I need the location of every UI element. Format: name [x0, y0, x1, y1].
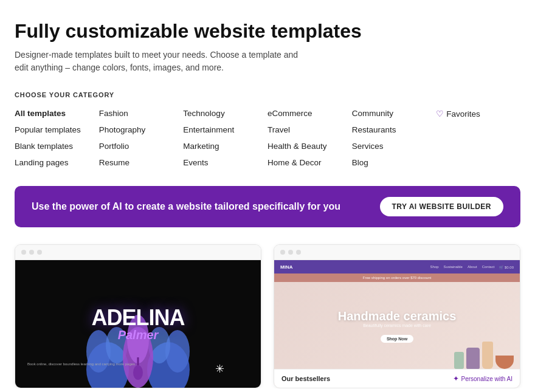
cat-blank-templates[interactable]: Blank templates	[15, 140, 99, 153]
template-card-ceramics[interactable]: MINA Shop Sustainable About Contact 🛒 $0…	[274, 244, 520, 388]
ceramics-nav-cart: 🛒 $0.00	[499, 265, 514, 269]
category-col-2: Fashion Photography Portfolio Resume	[99, 107, 184, 169]
ceramics-hero-title: Handmade ceramics	[338, 309, 457, 323]
ceramics-shop-now-button[interactable]: Shop Now	[381, 335, 413, 343]
cat-health-beauty[interactable]: Health & Beauty	[268, 140, 352, 153]
dot-5	[288, 250, 293, 255]
templates-grid: ADELINA Palmer Book online, discover bou…	[15, 244, 520, 388]
ai-banner-text: Use the power of AI to create a website …	[32, 201, 340, 212]
cat-home-decor[interactable]: Home & Decor	[268, 156, 352, 169]
ai-banner: Use the power of AI to create a website …	[15, 186, 520, 227]
categories-grid: All templates Popular templates Blank te…	[15, 107, 520, 169]
svg-point-8	[133, 365, 143, 380]
dot-4	[280, 250, 285, 255]
category-col-1: All templates Popular templates Blank te…	[15, 107, 99, 169]
shape-cylinder	[466, 348, 480, 369]
ceramics-bestsellers-label: Our bestsellers	[281, 375, 330, 382]
cat-popular-templates[interactable]: Popular templates	[15, 123, 99, 136]
cat-landing-pages[interactable]: Landing pages	[15, 156, 99, 169]
personalize-text: Personalize with AI	[461, 376, 513, 382]
cat-marketing[interactable]: Marketing	[183, 140, 268, 153]
cat-favorites[interactable]: ♡ Favorites	[436, 107, 520, 120]
ceramics-nav-sustainable: Sustainable	[444, 265, 463, 269]
card-preview-adelina: ADELINA Palmer Book online, discover bou…	[15, 260, 261, 388]
cat-services[interactable]: Services	[352, 140, 437, 153]
cat-entertainment[interactable]: Entertainment	[183, 123, 268, 136]
dot-1	[21, 250, 26, 255]
dot-6	[296, 250, 301, 255]
cat-portfolio[interactable]: Portfolio	[99, 140, 184, 153]
ceramics-nav: MINA Shop Sustainable About Contact 🛒 $0…	[274, 260, 520, 273]
cat-travel[interactable]: Travel	[268, 123, 352, 136]
cat-technology[interactable]: Technology	[183, 107, 268, 120]
adelina-title-main: ADELINA	[92, 307, 185, 329]
ceramics-hero: Handmade ceramics Beautifully ceramics m…	[274, 282, 520, 369]
cat-ecommerce[interactable]: eCommerce	[268, 107, 352, 120]
ceramics-nav-logo: MINA	[280, 264, 292, 270]
card-dots-ceramics	[274, 245, 520, 260]
cat-blog[interactable]: Blog	[352, 156, 437, 169]
category-label: CHOOSE YOUR CATEGORY	[15, 91, 520, 98]
shape-vase	[482, 342, 493, 369]
card-dots-adelina	[15, 245, 261, 260]
category-col-5: Community Restaurants Services Blog	[352, 107, 437, 169]
category-col-3: Technology Entertainment Marketing Event…	[183, 107, 268, 169]
dot-2	[29, 250, 34, 255]
category-col-6: ♡ Favorites	[436, 107, 520, 169]
cat-photography[interactable]: Photography	[99, 123, 184, 136]
cat-resume[interactable]: Resume	[99, 156, 184, 169]
ceramics-shapes	[454, 342, 514, 369]
adelina-content: ADELINA Palmer Book online, discover bou…	[15, 260, 261, 388]
adelina-title-sub: Palmer	[92, 329, 185, 341]
cat-community[interactable]: Community	[352, 107, 437, 120]
adelina-small-text: Book online, discover boundless learning…	[27, 362, 135, 366]
cat-all-templates[interactable]: All templates	[15, 107, 99, 120]
card-preview-ceramics: MINA Shop Sustainable About Contact 🛒 $0…	[274, 260, 520, 388]
shape-bowl	[495, 356, 514, 369]
page-subtitle: Designer-made templates built to meet yo…	[15, 49, 306, 74]
shape-small-cylinder	[454, 352, 464, 369]
heart-icon: ♡	[436, 109, 444, 119]
template-card-adelina[interactable]: ADELINA Palmer Book online, discover bou…	[15, 244, 261, 388]
ai-website-builder-button[interactable]: TRY AI WEBSITE BUILDER	[380, 197, 503, 216]
ceramics-nav-about: About	[468, 265, 477, 269]
ceramics-nav-contact: Contact	[482, 265, 495, 269]
personalize-with-ai-button[interactable]: ✦ Personalize with AI	[453, 374, 513, 383]
dot-3	[37, 250, 42, 255]
cat-restaurants[interactable]: Restaurants	[352, 123, 437, 136]
ceramics-hero-text-group: Handmade ceramics Beautifully ceramics m…	[338, 309, 457, 342]
adelina-star-icon: ✳	[215, 362, 224, 376]
ceramics-shop-btn-wrapper: Shop Now	[338, 332, 457, 342]
category-col-4: eCommerce Travel Health & Beauty Home & …	[268, 107, 352, 169]
ceramics-promo-banner: Free shipping on orders over $70 discoun…	[274, 273, 520, 282]
ceramics-nav-links: Shop Sustainable About Contact 🛒 $0.00	[430, 265, 514, 269]
sparkle-icon: ✦	[453, 374, 459, 383]
cat-events[interactable]: Events	[183, 156, 268, 169]
ceramics-hero-sub: Beautifully ceramics made with care	[338, 323, 457, 328]
page-title: Fully customizable website templates	[15, 19, 520, 43]
ceramics-footer: Our bestsellers ✦ Personalize with AI	[274, 369, 520, 388]
cat-fashion[interactable]: Fashion	[99, 107, 184, 120]
ceramics-nav-shop: Shop	[430, 265, 439, 269]
adelina-title: ADELINA Palmer	[92, 307, 185, 341]
